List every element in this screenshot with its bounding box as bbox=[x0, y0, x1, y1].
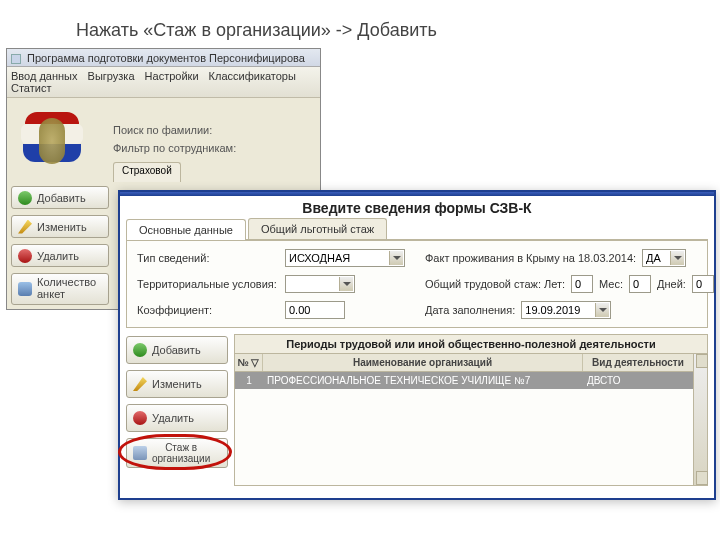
terr-label: Территориальные условия: bbox=[137, 278, 279, 290]
col-act[interactable]: Вид деятельности bbox=[583, 354, 693, 371]
periods-del-label: Удалить bbox=[152, 412, 194, 424]
menu-stat[interactable]: Статист bbox=[11, 82, 51, 94]
periods-add-label: Добавить bbox=[152, 344, 201, 356]
back-del-button[interactable]: Удалить bbox=[11, 244, 109, 267]
periods-title: Периоды трудовой или иной общественно-по… bbox=[235, 335, 707, 354]
scrollbar[interactable] bbox=[693, 354, 707, 485]
date-label: Дата заполнения: bbox=[425, 304, 515, 316]
menu-vygruzka[interactable]: Выгрузка bbox=[88, 70, 135, 82]
krym-combo[interactable]: ДА bbox=[642, 249, 686, 267]
dney-value: 0 bbox=[696, 278, 702, 290]
date-combo[interactable]: 19.09.2019 bbox=[521, 301, 611, 319]
terr-combo[interactable] bbox=[285, 275, 355, 293]
krym-label: Факт проживания в Крыму на 18.03.2014: bbox=[425, 252, 636, 264]
koef-label: Коэффициент: bbox=[137, 304, 279, 316]
edit-icon bbox=[133, 377, 147, 391]
main-form-panel: Тип сведений: ИСХОДНАЯ Территориальные у… bbox=[126, 240, 708, 328]
periods-add-button[interactable]: Добавить bbox=[126, 336, 228, 364]
periods-edit-label: Изменить bbox=[152, 378, 202, 390]
cell-num: 1 bbox=[235, 372, 263, 389]
back-edit-button[interactable]: Изменить bbox=[11, 215, 109, 238]
date-value: 19.09.2019 bbox=[525, 304, 580, 316]
back-count-button[interactable]: Количествоанкет bbox=[11, 273, 109, 305]
koef-input[interactable]: 0.00 bbox=[285, 301, 345, 319]
titlebar: Программа подготовки документов Персониф… bbox=[7, 49, 320, 67]
tab-main-data[interactable]: Основные данные bbox=[126, 219, 246, 240]
cell-act: ДВСТО bbox=[583, 372, 693, 389]
let-value: 0 bbox=[575, 278, 581, 290]
filter-label: Фильтр по сотрудникам: bbox=[113, 142, 248, 154]
back-add-label: Добавить bbox=[37, 192, 86, 204]
menubar[interactable]: Ввод данных Выгрузка Настройки Классифик… bbox=[7, 67, 320, 98]
table-row[interactable]: 1 ПРОФЕССИОНАЛЬНОЕ ТЕХНИЧЕСКОЕ УЧИЛИЩЕ №… bbox=[235, 372, 693, 389]
edit-icon bbox=[18, 220, 32, 234]
chevron-down-icon[interactable] bbox=[595, 303, 609, 317]
let-input[interactable]: 0 bbox=[571, 275, 593, 293]
col-org[interactable]: Наименование организаций bbox=[263, 354, 583, 371]
periods-del-button[interactable]: Удалить bbox=[126, 404, 228, 432]
stazh-label-2: организации bbox=[152, 453, 210, 464]
window-title: Программа подготовки документов Персониф… bbox=[27, 52, 305, 64]
back-del-label: Удалить bbox=[37, 250, 79, 262]
search-label: Поиск по фамилии: bbox=[113, 124, 248, 136]
stazh-label-1: Стаж в bbox=[165, 442, 197, 453]
periods-panel: Периоды трудовой или иной общественно-по… bbox=[234, 334, 708, 486]
dney-input[interactable]: 0 bbox=[692, 275, 714, 293]
mes-input[interactable]: 0 bbox=[629, 275, 651, 293]
chevron-down-icon[interactable] bbox=[389, 251, 403, 265]
mes-label: Мес: bbox=[599, 278, 623, 290]
szv-k-dialog: Введите сведения формы СЗВ-К Основные да… bbox=[118, 190, 716, 500]
count-icon bbox=[18, 282, 32, 296]
koef-value: 0.00 bbox=[289, 304, 310, 316]
tip-combo[interactable]: ИСХОДНАЯ bbox=[285, 249, 405, 267]
delete-icon bbox=[133, 411, 147, 425]
back-edit-label: Изменить bbox=[37, 221, 87, 233]
dney-label: Дней: bbox=[657, 278, 686, 290]
tip-label: Тип сведений: bbox=[137, 252, 279, 264]
krym-value: ДА bbox=[646, 252, 661, 264]
stazh-v-org-button[interactable]: Стаж ворганизации bbox=[126, 438, 228, 468]
pfr-logo bbox=[17, 108, 87, 178]
app-icon bbox=[11, 54, 21, 64]
chevron-down-icon[interactable] bbox=[339, 277, 353, 291]
periods-edit-button[interactable]: Изменить bbox=[126, 370, 228, 398]
tab-strahovoy[interactable]: Страховой bbox=[113, 162, 181, 182]
col-num[interactable]: № ▽ bbox=[235, 354, 263, 371]
chevron-down-icon[interactable] bbox=[670, 251, 684, 265]
menu-klass[interactable]: Классификаторы bbox=[209, 70, 296, 82]
menu-vvod[interactable]: Ввод данных bbox=[11, 70, 78, 82]
list-icon bbox=[133, 446, 147, 460]
stazh-label: Общий трудовой стаж: Лет: bbox=[425, 278, 565, 290]
mes-value: 0 bbox=[633, 278, 639, 290]
cell-org: ПРОФЕССИОНАЛЬНОЕ ТЕХНИЧЕСКОЕ УЧИЛИЩЕ №7 bbox=[263, 372, 583, 389]
count-label-2: анкет bbox=[37, 289, 96, 301]
grid-header: № ▽ Наименование организаций Вид деятель… bbox=[235, 354, 693, 372]
instruction-text: Нажать «Стаж в организации» -> Добавить bbox=[76, 20, 437, 41]
dialog-title: Введите сведения формы СЗВ-К bbox=[120, 196, 714, 218]
tab-priv-stazh[interactable]: Общий льготный стаж bbox=[248, 218, 387, 239]
menu-nastroyki[interactable]: Настройки bbox=[145, 70, 199, 82]
back-add-button[interactable]: Добавить bbox=[11, 186, 109, 209]
add-icon bbox=[18, 191, 32, 205]
tip-value: ИСХОДНАЯ bbox=[289, 252, 350, 264]
add-icon bbox=[133, 343, 147, 357]
delete-icon bbox=[18, 249, 32, 263]
